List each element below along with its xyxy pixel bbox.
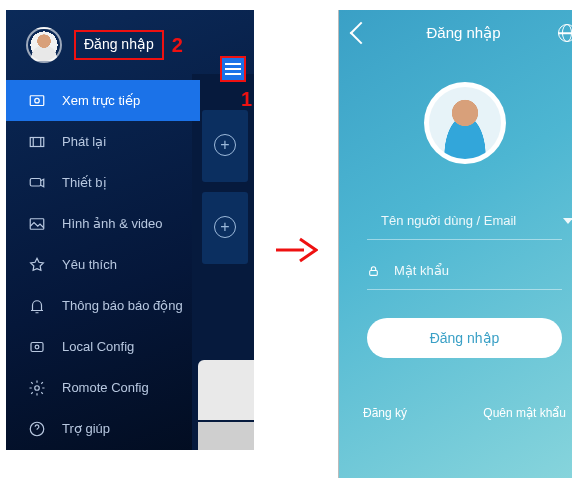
sidebar-item-label: Trợ giúp bbox=[62, 421, 110, 436]
login-header: Đăng nhập bbox=[339, 10, 572, 56]
chevron-down-icon[interactable] bbox=[563, 218, 572, 224]
alarm-icon bbox=[28, 297, 46, 315]
hamburger-button[interactable] bbox=[220, 56, 246, 82]
avatar bbox=[424, 82, 506, 164]
sidebar-item-7[interactable]: Romote Config bbox=[6, 367, 200, 408]
svg-rect-2 bbox=[30, 137, 44, 146]
sidebar-item-0[interactable]: Xem trực tiếp bbox=[6, 80, 200, 121]
svg-point-7 bbox=[35, 385, 40, 390]
login-button[interactable]: Đăng nhập bbox=[367, 318, 562, 358]
svg-rect-0 bbox=[30, 95, 44, 105]
forgot-password-link[interactable]: Quên mật khẩu bbox=[483, 406, 566, 420]
login-form: Đăng nhập bbox=[339, 164, 572, 358]
grid-background: + + bbox=[192, 74, 254, 450]
sidebar-menu: Xem trực tiếpPhát lạiThiết bịHình ảnh & … bbox=[6, 80, 200, 449]
device-icon bbox=[28, 174, 46, 192]
playback-icon bbox=[28, 133, 46, 151]
sidebar-item-label: Phát lại bbox=[62, 134, 106, 149]
help-icon bbox=[28, 420, 46, 438]
arrow-right-icon bbox=[274, 235, 318, 265]
lock-icon bbox=[367, 264, 380, 278]
favorite-icon bbox=[28, 256, 46, 274]
avatar[interactable] bbox=[26, 27, 62, 63]
media-icon bbox=[28, 215, 46, 233]
sidebar-item-label: Thông báo báo động bbox=[62, 298, 183, 313]
sidebar-item-label: Hình ảnh & video bbox=[62, 216, 163, 231]
globe-icon[interactable] bbox=[558, 24, 572, 42]
sidebar-header: Đăng nhập 2 bbox=[6, 10, 254, 74]
sidebar-item-2[interactable]: Thiết bị bbox=[6, 162, 200, 203]
sidebar-item-label: Thiết bị bbox=[62, 175, 107, 190]
sidebar-item-1[interactable]: Phát lại bbox=[6, 121, 200, 162]
screenshot-right: Đăng nhập Đăng nhập Đăng ký Quên mật khẩ… bbox=[338, 10, 572, 478]
sidebar-item-label: Romote Config bbox=[62, 380, 149, 395]
annotation-marker-1: 1 bbox=[241, 88, 252, 111]
add-tile-icon[interactable]: + bbox=[214, 134, 236, 156]
sidebar-item-4[interactable]: Yêu thích bbox=[6, 244, 200, 285]
password-input[interactable] bbox=[394, 263, 562, 278]
svg-rect-5 bbox=[31, 342, 43, 351]
remote-config-icon bbox=[28, 379, 46, 397]
back-icon[interactable] bbox=[350, 22, 373, 45]
hamburger-icon bbox=[225, 68, 241, 70]
annotation-marker-2: 2 bbox=[172, 34, 183, 57]
flow-arrow bbox=[274, 235, 318, 265]
svg-point-6 bbox=[35, 345, 39, 349]
add-tile-icon[interactable]: + bbox=[214, 216, 236, 238]
screenshot-left: + + Đăng nhập 2 1 Xem trực tiếpPhát lạiT… bbox=[6, 10, 254, 450]
sidebar-item-label: Xem trực tiếp bbox=[62, 93, 140, 108]
username-input[interactable] bbox=[381, 213, 549, 228]
local-config-icon bbox=[28, 338, 46, 356]
svg-point-1 bbox=[35, 98, 40, 103]
password-field[interactable] bbox=[367, 252, 562, 290]
register-link[interactable]: Đăng ký bbox=[363, 406, 407, 420]
sidebar-item-8[interactable]: Trợ giúp bbox=[6, 408, 200, 449]
live-view-icon bbox=[28, 92, 46, 110]
sidebar-item-label: Yêu thích bbox=[62, 257, 117, 272]
sidebar-item-6[interactable]: Local Config bbox=[6, 326, 200, 367]
login-links: Đăng ký Quên mật khẩu bbox=[339, 358, 572, 420]
page-title: Đăng nhập bbox=[426, 24, 500, 42]
login-link[interactable]: Đăng nhập bbox=[74, 30, 164, 60]
svg-rect-10 bbox=[370, 270, 378, 275]
svg-rect-3 bbox=[30, 178, 41, 186]
sidebar-item-label: Local Config bbox=[62, 339, 134, 354]
sidebar-item-3[interactable]: Hình ảnh & video bbox=[6, 203, 200, 244]
sidebar-item-5[interactable]: Thông báo báo động bbox=[6, 285, 200, 326]
username-field[interactable] bbox=[367, 202, 562, 240]
